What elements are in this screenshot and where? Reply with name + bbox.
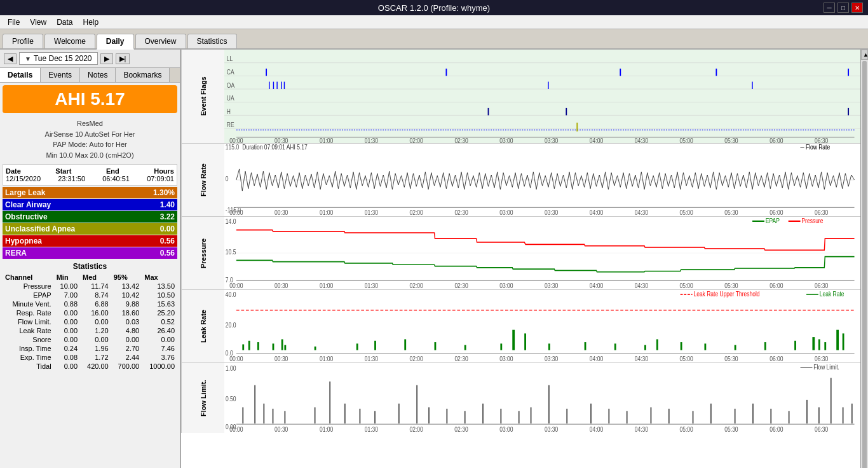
stat-min: 0.08	[54, 353, 80, 362]
flow-rate-svg: 115.0 0 -115.0 Duration 07:09:01 AHI 5.1…	[224, 144, 860, 216]
svg-rect-156	[374, 411, 376, 423]
svg-rect-174	[710, 404, 712, 423]
svg-rect-126	[843, 333, 844, 350]
stat-max: 13.50	[142, 282, 177, 291]
tab-overview[interactable]: Overview	[135, 34, 186, 48]
svg-text:04:00: 04:00	[590, 137, 603, 143]
svg-rect-104	[356, 343, 358, 350]
stat-min: 7.00	[54, 291, 80, 299]
flow-limit-chart: Flow Limit. 1.00 0.50 0.00 Flow Limit.	[181, 363, 860, 433]
date-display: ▼ Tue Dec 15 2020	[19, 52, 98, 65]
col-date-label: Date	[6, 167, 21, 175]
col-min: Min	[54, 273, 80, 282]
leak-rate-chart: Leak Rate 40.0 20.0 0.0 Leak Rate Upper …	[181, 290, 860, 363]
scroll-up-button[interactable]: ▲	[861, 50, 868, 60]
stat-min: 0.88	[54, 299, 80, 308]
vertical-scrollbar[interactable]: ▲ ▼	[860, 50, 868, 468]
pressure-area[interactable]: 14.0 10.5 7.0 EPAP Pressure	[224, 217, 860, 289]
left-panel: ◀ ▼ Tue Dec 15 2020 ▶ ▶| Details Events …	[0, 50, 181, 468]
event-obstructive: Obstructive 3.22	[3, 211, 177, 223]
stat-min: 0.24	[54, 344, 80, 353]
menu-help[interactable]: Help	[78, 17, 104, 28]
table-row: Minute Vent. 0.88 6.88 9.88 15.63	[3, 299, 177, 308]
date-back-button[interactable]: ◀	[4, 53, 17, 64]
svg-text:04:00: 04:00	[590, 425, 603, 433]
tab-profile[interactable]: Profile	[3, 34, 43, 48]
statistics-table: Channel Min Med 95% Max Pressure 10.00 1…	[3, 273, 177, 371]
svg-text:─ Flow Rate: ─ Flow Rate	[800, 144, 830, 151]
svg-text:02:00: 02:00	[410, 425, 423, 433]
menu-file[interactable]: File	[3, 17, 25, 28]
svg-text:00:00: 00:00	[229, 137, 243, 143]
menu-view[interactable]: View	[25, 17, 51, 28]
svg-rect-179	[806, 400, 808, 423]
subtab-notes[interactable]: Notes	[80, 68, 116, 82]
svg-rect-98	[248, 341, 250, 350]
date-forward-end-button[interactable]: ▶|	[116, 53, 130, 64]
svg-text:00:00: 00:00	[229, 355, 243, 362]
subtab-details[interactable]: Details	[0, 68, 41, 82]
stat-med: 420.00	[80, 362, 111, 371]
svg-text:05:30: 05:30	[724, 209, 738, 216]
session-start: 23:31:50	[58, 175, 85, 182]
svg-rect-168	[590, 404, 592, 423]
menu-data[interactable]: Data	[51, 17, 78, 28]
large-leak-label: Large Leak	[5, 188, 45, 197]
stat-min: 0.00	[54, 308, 80, 317]
stat-p95: 18.60	[111, 308, 142, 317]
svg-rect-122	[812, 337, 815, 350]
svg-text:05:30: 05:30	[724, 137, 738, 143]
flow-rate-area[interactable]: 115.0 0 -115.0 Duration 07:09:01 AHI 5.1…	[224, 144, 860, 216]
stat-channel: Tidal	[3, 362, 54, 371]
pressure-chart: Pressure 14.0 10.5 7.0 EPAP Pressure	[181, 217, 860, 290]
svg-rect-163	[500, 409, 501, 423]
stat-med: 16.00	[80, 308, 111, 317]
session-header-row: Date Start End Hours	[6, 167, 174, 175]
left-scroll-area[interactable]: AHI 5.17 ResMed AirSense 10 AutoSet For …	[0, 83, 180, 468]
clear-airway-value: 1.40	[160, 200, 175, 209]
stat-max: 10.50	[142, 291, 177, 299]
svg-rect-162	[482, 404, 484, 423]
stat-p95: 2.44	[111, 353, 142, 362]
svg-text:01:00: 01:00	[320, 425, 333, 433]
svg-text:Pressure: Pressure	[801, 217, 823, 224]
unclassified-value: 0.00	[160, 224, 175, 233]
stat-med: 8.74	[80, 291, 111, 299]
stat-min: 0.00	[54, 326, 80, 335]
flow-limit-area[interactable]: 1.00 0.50 0.00 Flow Limit.	[224, 363, 860, 433]
subtab-bookmarks[interactable]: Bookmarks	[116, 68, 170, 82]
hypopnea-value: 0.56	[160, 237, 175, 245]
tab-daily[interactable]: Daily	[97, 34, 134, 50]
leak-rate-area[interactable]: 40.0 20.0 0.0 Leak Rate Upper Threshold …	[224, 290, 860, 362]
stat-min: 0.00	[54, 335, 80, 344]
svg-rect-160	[446, 409, 447, 423]
svg-text:01:30: 01:30	[365, 425, 378, 433]
stat-channel: Minute Vent.	[3, 299, 54, 308]
svg-rect-173	[693, 411, 694, 423]
svg-text:05:00: 05:00	[680, 209, 693, 216]
svg-text:05:30: 05:30	[724, 425, 738, 433]
svg-rect-153	[329, 382, 330, 423]
stat-med: 0.00	[80, 317, 111, 326]
restore-button[interactable]: □	[837, 3, 849, 13]
scroll-thumb[interactable]	[862, 61, 867, 468]
tab-welcome[interactable]: Welcome	[44, 34, 95, 48]
right-panel: Event Flags LL CA OA UA	[181, 50, 860, 468]
stat-med: 1.72	[80, 353, 111, 362]
session-date: 12/15/2020	[6, 175, 41, 182]
date-dropdown-icon: ▼	[25, 55, 31, 62]
event-flags-area[interactable]: LL CA OA UA H RE	[224, 50, 860, 143]
minimize-button[interactable]: ─	[824, 3, 835, 13]
date-forward-button[interactable]: ▶	[100, 53, 113, 64]
pressure-svg: 14.0 10.5 7.0 EPAP Pressure	[224, 217, 860, 289]
svg-text:02:00: 02:00	[410, 209, 423, 216]
menu-bar: File View Data Help	[0, 15, 868, 29]
stat-min: 0.00	[54, 362, 80, 371]
subtab-events[interactable]: Events	[41, 68, 80, 82]
close-button[interactable]: ✕	[851, 3, 863, 13]
tab-statistics[interactable]: Statistics	[187, 34, 237, 48]
table-row: Leak Rate 0.00 1.20 4.80 26.40	[3, 326, 177, 335]
svg-rect-119	[735, 345, 736, 350]
svg-text:03:00: 03:00	[499, 137, 513, 143]
svg-text:01:00: 01:00	[320, 355, 333, 362]
